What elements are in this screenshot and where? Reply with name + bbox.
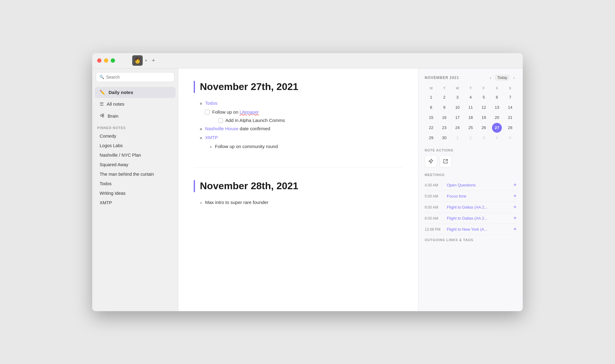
cal-day-7[interactable]: 7: [505, 92, 515, 102]
cal-day-29[interactable]: 29: [426, 133, 436, 143]
cal-day-11[interactable]: 11: [466, 103, 475, 112]
export-button[interactable]: [439, 155, 452, 167]
checkbox-item-litepaper: Follow up on Litepaper Add in Alpha Laun…: [194, 109, 403, 123]
meeting-name-3[interactable]: Flight to Dallas (AA 2...: [447, 216, 487, 221]
list-icon: ☰: [100, 101, 104, 107]
meeting-name-0[interactable]: Open Questions: [447, 183, 476, 187]
pin-button[interactable]: [425, 155, 437, 167]
meeting-name-1[interactable]: Focus time: [447, 194, 466, 198]
pinned-note-nashville[interactable]: Nashville / NYC Plan: [95, 151, 176, 160]
cal-day-2[interactable]: 2: [439, 92, 449, 102]
calendar-header: NOVEMBER 2021 ‹ Today ›: [425, 75, 517, 81]
cal-day-1[interactable]: 1: [426, 92, 436, 102]
weekday-w: W: [451, 85, 464, 91]
maximize-button[interactable]: [111, 58, 115, 63]
checkbox-litepaper[interactable]: [205, 110, 210, 115]
cal-day-15[interactable]: 15: [426, 113, 436, 123]
cal-day-21[interactable]: 21: [505, 113, 515, 123]
meeting-item-3: 6:00 AM Flight to Dallas (AA 2... +: [425, 213, 517, 224]
add-button[interactable]: +: [149, 57, 157, 65]
nashville-text: Nashville House date confirmed: [205, 126, 270, 131]
calendar-weekdays: M T W T F S S: [425, 85, 517, 91]
cal-day-27-today[interactable]: 27: [492, 123, 502, 133]
cal-day-next-1[interactable]: 1: [453, 133, 462, 143]
cal-day-18[interactable]: 18: [466, 113, 475, 123]
bullet-dot: [200, 202, 202, 204]
calendar-prev-button[interactable]: ‹: [488, 75, 493, 81]
avatar[interactable]: 🧑: [132, 55, 143, 66]
meeting-add-button-1[interactable]: +: [513, 193, 517, 199]
xmtp-link[interactable]: XMTP: [205, 135, 218, 140]
pinned-note-comedy[interactable]: Comedy: [95, 131, 176, 141]
cal-day-16[interactable]: 16: [439, 113, 449, 123]
cal-day-22[interactable]: 22: [426, 123, 436, 133]
brain-icon: [100, 113, 105, 119]
meetings-label: MEETINGS: [425, 173, 517, 177]
cal-day-17[interactable]: 17: [453, 113, 462, 123]
cal-day-19[interactable]: 19: [479, 113, 489, 123]
weekday-t2: T: [464, 85, 477, 91]
pinned-note-writing-ideas[interactable]: Writing Ideas: [95, 189, 176, 198]
day-title-accent-bar-2: [194, 180, 195, 192]
checkbox-alpha-launch[interactable]: [218, 118, 223, 123]
cal-day-14[interactable]: 14: [505, 103, 515, 112]
pinned-note-logos-labs[interactable]: Logos Labs: [95, 141, 176, 150]
cal-day-23[interactable]: 23: [439, 123, 449, 133]
cal-day-3[interactable]: 3: [453, 92, 462, 102]
cal-day-12[interactable]: 12: [479, 103, 489, 112]
cal-day-28[interactable]: 28: [505, 123, 515, 133]
cal-day-9[interactable]: 9: [439, 103, 449, 112]
cal-day-26[interactable]: 26: [479, 123, 489, 133]
svg-line-3: [102, 115, 102, 115]
calendar-today-button[interactable]: Today: [495, 75, 510, 81]
pinned-note-squared-away[interactable]: Squared Away: [95, 160, 176, 169]
nashville-link[interactable]: Nashville House: [205, 126, 238, 131]
cal-day-30[interactable]: 30: [439, 133, 449, 143]
cal-day-next-4[interactable]: 4: [492, 133, 502, 143]
calendar-next-button[interactable]: ›: [511, 75, 517, 81]
sidebar-item-all-notes[interactable]: ☰ All notes: [95, 99, 176, 110]
cal-day-next-5[interactable]: 5: [505, 133, 515, 143]
pinned-note-todos[interactable]: Todos: [95, 179, 176, 188]
cal-day-20[interactable]: 20: [492, 113, 502, 123]
meeting-add-button-2[interactable]: +: [513, 204, 517, 210]
meeting-name-4[interactable]: Flight to New York (A...: [447, 227, 487, 232]
meeting-add-button-0[interactable]: +: [513, 182, 517, 188]
note-actions: [425, 155, 517, 167]
cal-day-5[interactable]: 5: [479, 92, 489, 102]
search-input[interactable]: [106, 75, 171, 80]
calendar-month-label: NOVEMBER 2021: [425, 76, 459, 80]
cal-day-13[interactable]: 13: [492, 103, 502, 112]
meeting-name-2[interactable]: Flight to Dallas (AA 2...: [447, 205, 487, 209]
edit-icon: ✏️: [100, 90, 105, 95]
cal-day-10[interactable]: 10: [453, 103, 462, 112]
svg-line-5: [446, 159, 447, 161]
todos-link[interactable]: Todos: [205, 100, 217, 106]
meeting-add-button-3[interactable]: +: [513, 215, 517, 221]
cal-day-4[interactable]: 4: [466, 92, 475, 102]
meeting-item-1: 5:00 AM Focus time +: [425, 191, 517, 202]
minimize-button[interactable]: [104, 58, 108, 63]
cal-day-24[interactable]: 24: [453, 123, 462, 133]
litepaper-link[interactable]: Litepaper: [240, 109, 259, 115]
max-text: Max intro to super rare founder: [205, 200, 268, 205]
right-panel: NOVEMBER 2021 ‹ Today › M T W T F S S: [418, 68, 523, 311]
meeting-add-button-4[interactable]: +: [513, 226, 517, 233]
checkbox-litepaper-row: Follow up on Litepaper: [205, 109, 403, 115]
cal-day-6[interactable]: 6: [492, 92, 502, 102]
close-button[interactable]: [97, 58, 101, 63]
chevron-down-icon[interactable]: ▾: [145, 58, 147, 63]
pinned-note-curtain[interactable]: The man behind the curtain: [95, 170, 176, 179]
cal-day-next-2[interactable]: 2: [466, 133, 475, 143]
cal-day-25[interactable]: 25: [466, 123, 475, 133]
day-title-nov28: November 28th, 2021: [194, 180, 403, 192]
sidebar-item-daily-notes[interactable]: ✏️ Daily notes: [95, 87, 176, 98]
bullet-dot: [200, 103, 202, 105]
meeting-left-3: 6:00 AM Flight to Dallas (AA 2...: [425, 216, 487, 221]
pinned-note-xmtp[interactable]: XMTP: [95, 198, 176, 207]
sidebar-item-brain[interactable]: Brain: [95, 110, 176, 122]
search-bar[interactable]: 🔍: [96, 72, 174, 82]
cal-day-8[interactable]: 8: [426, 103, 436, 112]
cal-day-next-3[interactable]: 3: [479, 133, 489, 143]
meeting-time-3: 6:00 AM: [425, 216, 444, 221]
